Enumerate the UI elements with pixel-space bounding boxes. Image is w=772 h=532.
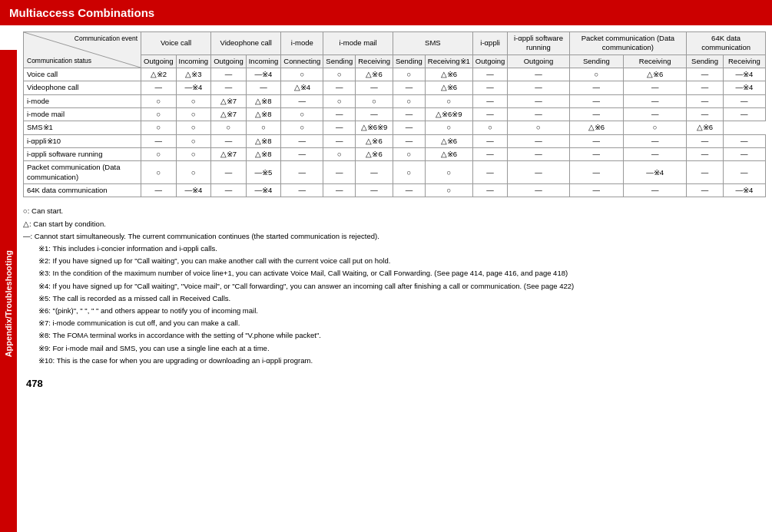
cell-7-8: ○: [425, 161, 472, 184]
cell-1-9: —: [472, 81, 508, 94]
cell-3-12: —: [624, 108, 687, 121]
cell-3-4: ○: [281, 108, 323, 121]
cell-8-9: —: [472, 184, 508, 197]
cell-0-4: ○: [281, 68, 323, 81]
cell-8-12: —: [624, 184, 687, 197]
cell-8-13: —: [687, 184, 723, 197]
cell-3-3: △※8: [246, 108, 281, 121]
cell-6-14: —: [723, 148, 765, 161]
cell-5-4: —: [281, 134, 323, 147]
cell-0-12: △※6: [624, 68, 687, 81]
cell-6-2: △※7: [211, 148, 247, 161]
cell-0-1: △※3: [176, 68, 211, 81]
cell-2-14: —: [723, 94, 765, 107]
footnote-11: ※9: For i-mode mail and SMS, you can use…: [23, 342, 766, 354]
cell-6-8: △※6: [425, 148, 472, 161]
cell-6-12: —: [624, 148, 687, 161]
footnote-5: ※3: In the condition of the maximum numb…: [23, 267, 766, 279]
cell-6-9: —: [472, 148, 508, 161]
row-label-1: Videophone call: [24, 81, 141, 94]
cell-5-6: △※6: [356, 134, 393, 147]
cell-1-0: —: [141, 81, 177, 94]
cell-0-14: —※4: [723, 68, 765, 81]
cell-2-7: ○: [393, 94, 425, 107]
cell-0-8: △※6: [425, 68, 472, 81]
table-row: i-mode mail○○△※7△※8○———△※6※9——————: [24, 108, 766, 121]
cell-4-6: △※6※9: [356, 121, 393, 134]
cell-1-4: △※4: [281, 81, 323, 94]
table-row: SMS※1○○○○○—△※6※9—○○○△※6○△※6: [24, 121, 766, 134]
cell-5-5: —: [323, 134, 356, 147]
cell-0-11: ○: [569, 68, 624, 81]
cell-8-0: —: [141, 184, 177, 197]
cell-7-10: —: [508, 161, 569, 184]
cell-8-1: —※4: [176, 184, 211, 197]
subhdr-8: Receiving※1: [425, 55, 472, 68]
sidebar-label: Appendix/Troubleshooting: [4, 250, 13, 357]
cell-1-6: —: [356, 81, 393, 94]
table-row: Voice call△※2△※3——※4○○△※6○△※6——○△※6——※4: [24, 68, 766, 81]
col-iappli: i-αppli: [472, 32, 508, 55]
col-imode-mail: i-mode mail: [323, 32, 393, 55]
subhdr-5: Sending: [323, 55, 356, 68]
row-label-8: 64K data communication: [24, 184, 141, 197]
cell-3-7: —: [393, 108, 425, 121]
cell-2-10: —: [508, 94, 569, 107]
cell-5-9: —: [472, 134, 508, 147]
cell-7-12: —※4: [624, 161, 687, 184]
row-label-3: i-mode mail: [24, 108, 141, 121]
cell-7-7: ○: [393, 161, 425, 184]
cell-3-6: —: [356, 108, 393, 121]
subhdr-11: Sending: [569, 55, 624, 68]
cell-1-2: —: [211, 81, 247, 94]
cell-4-0: ○: [141, 121, 177, 134]
subhdr-9: Outgoing: [472, 55, 508, 68]
cell-5-2: —: [211, 134, 247, 147]
subhdr-3: Incoming: [246, 55, 281, 68]
cell-7-4: —: [281, 161, 323, 184]
cell-6-6: △※6: [356, 148, 393, 161]
cell-7-13: —: [687, 161, 723, 184]
cell-3-9: —: [472, 108, 508, 121]
cell-5-1: ○: [176, 134, 211, 147]
cell-2-9: —: [472, 94, 508, 107]
multiaccess-table: Communication event Communication status…: [23, 31, 766, 197]
cell-5-11: —: [569, 134, 624, 147]
subhdr-4: Connecting: [281, 55, 323, 68]
cell-5-8: △※6: [425, 134, 472, 147]
cell-1-5: —: [323, 81, 356, 94]
cell-7-3: —※5: [246, 161, 281, 184]
cell-1-14: —※4: [723, 81, 765, 94]
cell-7-1: ○: [176, 161, 211, 184]
cell-4-4: ○: [281, 121, 323, 134]
cell-1-13: —: [687, 81, 723, 94]
subhdr-10: Outgoing: [508, 55, 569, 68]
cell-8-14: —※4: [723, 184, 765, 197]
cell-7-14: —: [723, 161, 765, 184]
cell-2-2: △※7: [211, 94, 247, 107]
cell-4-9: ○: [472, 121, 508, 134]
footnote-9: ※7: i-mode communication is cut off, and…: [23, 317, 766, 329]
footnote-12: ※10: This is the case for when you are u…: [23, 355, 766, 366]
cell-2-5: ○: [323, 94, 356, 107]
cell-8-2: —: [211, 184, 247, 197]
cell-7-9: —: [472, 161, 508, 184]
sidebar: Appendix/Troubleshooting: [0, 50, 17, 532]
cell-3-1: ○: [176, 108, 211, 121]
row-label-2: i-mode: [24, 94, 141, 107]
cell-2-1: ○: [176, 94, 211, 107]
subhdr-14: Receiving: [723, 55, 765, 68]
footnote-4: ※2: If you have signed up for "Call wait…: [23, 255, 766, 266]
main-table-wrapper: Communication event Communication status…: [23, 31, 766, 197]
col-64k: 64K data communication: [687, 32, 766, 55]
table-row: Packet communication (Data communication…: [24, 161, 766, 184]
footnote-3: ※1: This includes i-concier information …: [23, 243, 766, 254]
cell-0-9: —: [472, 68, 508, 81]
cell-1-7: —: [393, 81, 425, 94]
cell-4-11: △※6: [569, 121, 624, 134]
cell-6-7: ○: [393, 148, 425, 161]
cell-6-0: ○: [141, 148, 177, 161]
cell-4-3: ○: [246, 121, 281, 134]
cell-7-2: —: [211, 161, 247, 184]
subhdr-12: Receiving: [624, 55, 687, 68]
